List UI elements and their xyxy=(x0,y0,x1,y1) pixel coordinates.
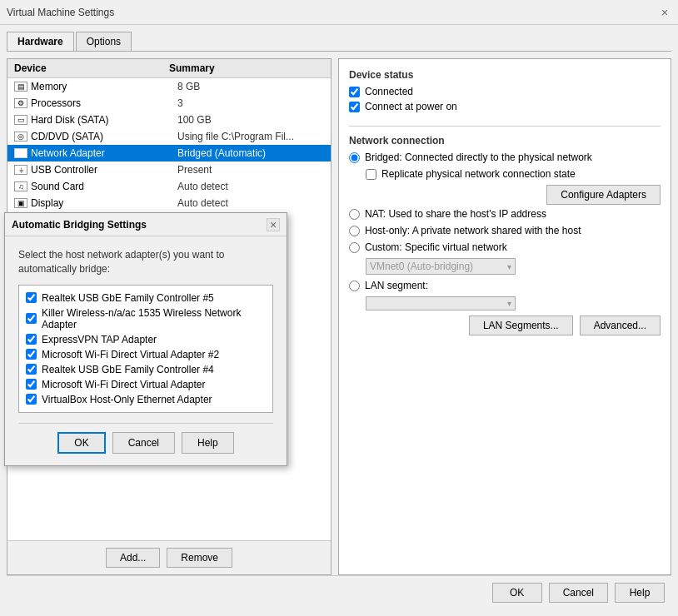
lan-row: LAN segment: xyxy=(349,280,661,291)
modal-close-button[interactable]: × xyxy=(267,218,280,231)
adapter-checkbox-5[interactable] xyxy=(26,379,37,390)
replicate-checkbox[interactable] xyxy=(366,169,376,180)
adapter-checkbox-3[interactable] xyxy=(26,349,37,360)
main-window: Virtual Machine Settings × Hardware Opti… xyxy=(0,0,678,616)
adapter-label: Microsoft Wi-Fi Direct Virtual Adapter xyxy=(42,379,206,390)
modal-description: Select the host network adapter(s) you w… xyxy=(18,248,273,276)
vmnet-dropdown[interactable]: VMnet0 (Auto-bridging) ▾ xyxy=(366,258,516,275)
device-row[interactable]: ♫ Sound Card Auto detect xyxy=(7,178,331,195)
connected-row: Connected xyxy=(349,86,661,97)
title-bar: Virtual Machine Settings × xyxy=(0,0,678,25)
device-summary: 100 GB xyxy=(177,114,324,126)
device-row[interactable]: ▤ Memory 8 GB xyxy=(7,78,331,95)
nat-row: NAT: Used to share the host's IP address xyxy=(349,208,661,220)
device-summary: 3 xyxy=(177,97,324,109)
custom-row: Custom: Specific virtual network xyxy=(349,241,661,253)
device-name: Memory xyxy=(31,81,177,92)
configure-btn-row: Configure Adapters xyxy=(349,185,661,205)
device-row[interactable]: ⬡ Network Adapter Bridged (Automatic) xyxy=(7,145,331,161)
device-icon-net: ⬡ xyxy=(14,148,27,158)
modal-adapter-item: VirtualBox Host-Only Ethernet Adapter xyxy=(26,392,266,407)
modal-adapter-item: Microsoft Wi-Fi Direct Virtual Adapter xyxy=(26,377,266,392)
ok-button[interactable]: OK xyxy=(492,583,542,603)
configure-adapters-button[interactable]: Configure Adapters xyxy=(546,185,661,205)
tab-bar: Hardware Options xyxy=(7,32,671,52)
replicate-row: Replicate physical network connection st… xyxy=(366,168,661,180)
modal-ok-button[interactable]: OK xyxy=(57,432,105,454)
device-summary: Auto detect xyxy=(177,181,324,192)
lan-segments-button[interactable]: LAN Segments... xyxy=(469,315,573,335)
device-summary: Auto detect xyxy=(177,197,324,209)
device-row[interactable]: ◎ CD/DVD (SATA) Using file C:\Program Fi… xyxy=(7,128,331,145)
help-button[interactable]: Help xyxy=(615,583,665,603)
window-close-button[interactable]: × xyxy=(658,6,671,19)
device-icon-hdd: ▭ xyxy=(14,115,27,125)
replicate-label: Replicate physical network connection st… xyxy=(381,168,576,180)
tab-hardware[interactable]: Hardware xyxy=(7,32,74,51)
device-row[interactable]: ▣ Display Auto detect xyxy=(7,195,331,211)
modal-help-button[interactable]: Help xyxy=(182,432,234,454)
adapter-label: VirtualBox Host-Only Ethernet Adapter xyxy=(42,394,212,405)
modal-cancel-button[interactable]: Cancel xyxy=(112,432,175,454)
bridged-radio[interactable] xyxy=(349,152,360,163)
device-icon-dsp: ▣ xyxy=(14,198,27,208)
device-name: Processors xyxy=(31,97,177,109)
modal-adapter-list: Realtek USB GbE Family Controller #5 Kil… xyxy=(18,285,273,413)
device-summary: Using file C:\Program Fil... xyxy=(177,131,324,142)
lan-dropdown[interactable]: ▾ xyxy=(366,296,516,310)
lan-buttons: LAN Segments... Advanced... xyxy=(349,315,661,335)
lan-radio[interactable] xyxy=(349,281,360,291)
nat-label: NAT: Used to share the host's IP address xyxy=(365,208,546,220)
adapter-checkbox-0[interactable] xyxy=(26,292,37,303)
device-buttons: Add... Remove xyxy=(7,540,331,574)
modal-adapter-item: Realtek USB GbE Family Controller #5 xyxy=(26,291,266,306)
device-row[interactable]: ⚙ Processors 3 xyxy=(7,95,331,112)
device-list-header: Device Summary xyxy=(7,59,331,78)
window-title: Virtual Machine Settings xyxy=(7,7,114,18)
device-summary: Bridged (Automatic) xyxy=(177,147,324,159)
modal-adapter-item: Microsoft Wi-Fi Direct Virtual Adapter #… xyxy=(26,347,266,362)
modal-adapter-item: Killer Wireless-n/a/ac 1535 Wireless Net… xyxy=(26,306,266,332)
modal-title-bar: Automatic Bridging Settings × xyxy=(5,213,287,236)
adapter-checkbox-2[interactable] xyxy=(26,334,37,345)
lan-dropdown-arrow: ▾ xyxy=(507,299,511,308)
custom-label: Custom: Specific virtual network xyxy=(365,241,507,253)
device-icon-usb: ⏚ xyxy=(14,165,27,175)
hostonly-radio[interactable] xyxy=(349,226,360,236)
adapter-checkbox-1[interactable] xyxy=(26,313,37,324)
vmnet-dropdown-arrow: ▾ xyxy=(507,262,511,271)
col-summary-header: Summary xyxy=(169,62,324,74)
bridged-label: Bridged: Connected directly to the physi… xyxy=(365,152,592,163)
add-button[interactable]: Add... xyxy=(106,548,160,568)
settings-panel: Device status Connected Connect at power… xyxy=(338,58,671,575)
device-icon-cd: ◎ xyxy=(14,132,27,142)
adapter-label: ExpressVPN TAP Adapter xyxy=(42,334,157,345)
vmnet-dropdown-row: VMnet0 (Auto-bridging) ▾ xyxy=(366,258,661,275)
modal-title: Automatic Bridging Settings xyxy=(12,219,147,231)
device-status-label: Device status xyxy=(349,69,661,81)
modal-adapter-item: Realtek USB GbE Family Controller #4 xyxy=(26,362,266,377)
device-row[interactable]: ▭ Hard Disk (SATA) 100 GB xyxy=(7,112,331,128)
col-device-header: Device xyxy=(14,62,169,74)
custom-radio[interactable] xyxy=(349,242,360,253)
adapter-label: Microsoft Wi-Fi Direct Virtual Adapter #… xyxy=(42,349,219,360)
adapter-checkbox-4[interactable] xyxy=(26,364,37,375)
nat-radio[interactable] xyxy=(349,209,360,220)
lan-label: LAN segment: xyxy=(365,280,428,291)
network-section: Network connection Bridged: Connected di… xyxy=(349,126,661,335)
remove-button[interactable]: Remove xyxy=(167,548,232,568)
hostonly-label: Host-only: A private network shared with… xyxy=(365,225,581,236)
device-icon-snd: ♫ xyxy=(14,181,27,191)
device-row[interactable]: ⏚ USB Controller Present xyxy=(7,161,331,178)
advanced-button[interactable]: Advanced... xyxy=(580,315,661,335)
bottom-buttons: OK Cancel Help xyxy=(7,575,671,609)
device-name: Network Adapter xyxy=(31,147,177,159)
connect-power-row: Connect at power on xyxy=(349,101,661,112)
adapter-checkbox-6[interactable] xyxy=(26,394,37,405)
cancel-button[interactable]: Cancel xyxy=(549,583,608,603)
connect-power-checkbox[interactable] xyxy=(349,102,360,112)
device-name: Hard Disk (SATA) xyxy=(31,114,177,126)
tab-options[interactable]: Options xyxy=(76,32,132,51)
connected-checkbox[interactable] xyxy=(349,87,360,97)
device-name: USB Controller xyxy=(31,164,177,176)
